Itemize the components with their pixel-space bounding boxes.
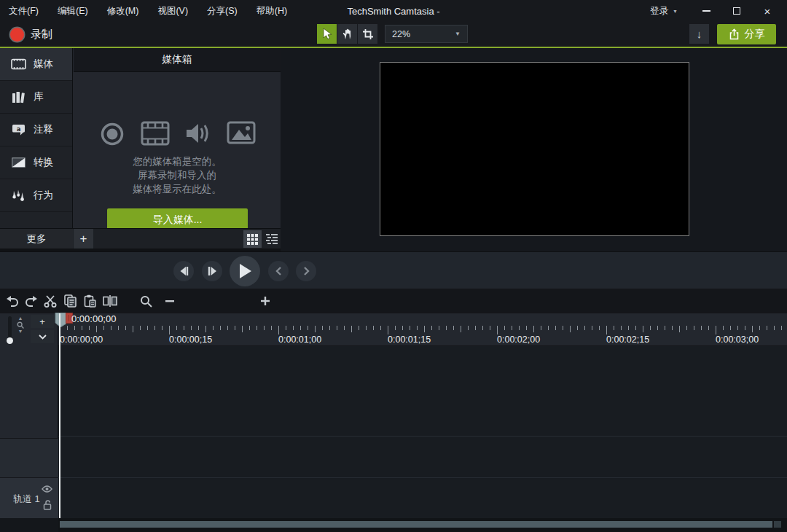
chevron-left-icon	[275, 267, 282, 275]
previous-frame-button[interactable]	[173, 261, 194, 281]
canvas-area	[281, 48, 787, 251]
crop-tool-button[interactable]	[358, 24, 377, 44]
zoom-out-button[interactable]	[161, 292, 179, 310]
record-icon	[10, 28, 24, 42]
zoom-in-button[interactable]	[257, 292, 274, 310]
signin-button[interactable]: 登录 ▼	[650, 5, 678, 17]
grid-view-icon	[247, 234, 258, 245]
sidebar-item-annotations[interactable]: a 注释	[0, 114, 72, 146]
menu-help[interactable]: 帮助(H)	[257, 5, 287, 17]
track-lock-button[interactable]	[43, 500, 52, 510]
scissors-icon	[44, 295, 57, 308]
cursor-icon	[321, 28, 333, 40]
sidebar-item-media[interactable]: 媒体	[0, 48, 72, 81]
menu-modify[interactable]: 修改(M)	[107, 5, 139, 17]
ruler-label: 0:00:02;00	[497, 335, 540, 345]
hand-icon	[342, 28, 353, 40]
pan-tool-button[interactable]	[337, 24, 357, 44]
gutter-band	[0, 438, 58, 477]
media-bin-title: 媒体箱	[74, 48, 281, 72]
sidebar-item-label: 转换	[34, 156, 53, 169]
recording-icon	[99, 121, 125, 147]
sidebar-more-button[interactable]: 更多	[0, 229, 73, 249]
menu-view[interactable]: 视图(V)	[157, 5, 188, 17]
magnifier-icon	[140, 295, 152, 308]
preview-canvas[interactable]	[380, 62, 689, 236]
undo-button[interactable]	[4, 292, 21, 310]
download-button[interactable]: ↓	[689, 24, 709, 44]
jump-previous-button[interactable]	[268, 261, 289, 281]
share-button[interactable]: 分享	[717, 24, 776, 44]
copy-button[interactable]	[61, 292, 79, 310]
maximize-icon	[733, 7, 740, 15]
video-clip-icon	[141, 121, 170, 147]
close-button[interactable]: ×	[755, 1, 780, 20]
timeline-divider	[58, 436, 787, 437]
play-button[interactable]	[230, 256, 260, 286]
list-view-icon	[266, 234, 278, 244]
redo-button[interactable]	[23, 292, 40, 310]
ruler-label: 0:00:01;00	[278, 335, 321, 345]
timeline-toolbar	[0, 289, 787, 313]
canvas-zoom-dropdown[interactable]: 22% ▼	[385, 25, 468, 43]
undo-icon	[6, 295, 19, 307]
add-track-button[interactable]: +	[31, 315, 54, 328]
timeline-scrollbar[interactable]	[60, 521, 772, 528]
panel-bottom-bar: 更多 +	[0, 228, 281, 249]
step-forward-icon	[208, 267, 217, 275]
maximize-button[interactable]	[724, 1, 749, 20]
ruler-label: 0:00:00;00	[60, 335, 103, 345]
sidebar-item-label: 媒体	[34, 58, 53, 71]
menu-share[interactable]: 分享(S)	[207, 5, 238, 17]
chevron-down-icon: ▼	[673, 9, 678, 14]
timeline-ruler[interactable]: 0:00:00;000:00:00;150:00:01;000:00:01;15…	[58, 313, 787, 346]
ruler-label: 0:00:03;00	[716, 335, 759, 345]
timeline-zoom-button[interactable]	[137, 292, 154, 310]
track-zoom-control[interactable]: ▲ ▼	[16, 316, 25, 335]
minus-icon	[165, 300, 174, 302]
sidebar-item-label: 行为	[34, 189, 53, 202]
sidebar-item-behaviors[interactable]: 行为	[0, 179, 72, 212]
track-options-button[interactable]	[31, 330, 54, 343]
playhead-time-label: 0:00:00;00	[71, 313, 116, 324]
chevron-down-icon	[39, 335, 47, 340]
timeline: ▲ ▼ + 轨道 1 0:00:00;000:00:00;150:00:01;0…	[0, 313, 787, 532]
minimize-button[interactable]	[694, 1, 719, 20]
playback-bar: 00:00 / 00:00 30 fps 属性	[0, 251, 787, 289]
track-visibility-button[interactable]	[42, 485, 52, 493]
next-frame-button[interactable]	[202, 261, 222, 281]
add-tab-button[interactable]: +	[74, 229, 93, 249]
jump-next-button[interactable]	[296, 261, 316, 281]
redo-icon	[25, 295, 38, 307]
menu-file[interactable]: 文件(F)	[9, 5, 39, 17]
cut-button[interactable]	[42, 292, 59, 310]
copy-icon	[64, 294, 77, 308]
chevron-down-icon: ▼	[455, 31, 461, 37]
plus-icon	[261, 297, 270, 305]
split-button[interactable]	[101, 292, 119, 310]
playhead-line[interactable]	[59, 313, 60, 518]
sidebar-item-library[interactable]: 库	[0, 81, 72, 114]
record-button[interactable]: 录制	[6, 24, 57, 44]
menu-bar: 文件(F) 编辑(E) 修改(M) 视图(V) 分享(S) 帮助(H)	[9, 0, 287, 22]
list-view-button[interactable]	[262, 230, 281, 248]
timeline-scroll-area	[58, 518, 787, 532]
ruler-label: 0:00:01;15	[388, 335, 431, 345]
cursor-tool-button[interactable]	[317, 24, 337, 44]
track-1-header[interactable]: 轨道 1	[0, 477, 58, 518]
menu-edit[interactable]: 编辑(E)	[58, 5, 88, 17]
eye-icon	[42, 485, 52, 493]
sidebar-item-transitions[interactable]: 转换	[0, 146, 72, 179]
paste-button[interactable]	[81, 292, 98, 310]
share-label: 分享	[745, 28, 765, 41]
track-1-content[interactable]	[58, 477, 787, 518]
track-height-slider-thumb[interactable]	[7, 337, 13, 344]
ruler-label: 0:00:00;15	[169, 335, 212, 345]
playhead[interactable]: 0:00:00;00	[55, 313, 77, 327]
sidebar-item-label: 注释	[34, 123, 53, 136]
gutter-bottom	[0, 518, 58, 532]
grid-view-button[interactable]	[243, 230, 262, 248]
step-back-icon	[179, 267, 189, 275]
caret-down-icon: ▼	[18, 329, 23, 335]
svg-text:a: a	[16, 125, 20, 133]
